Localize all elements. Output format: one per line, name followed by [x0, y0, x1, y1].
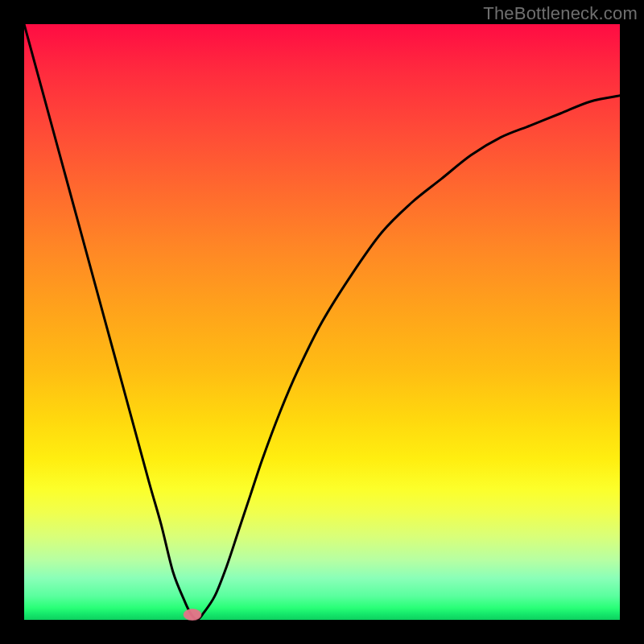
- optimal-point-marker: [184, 609, 201, 620]
- curve-svg: [24, 24, 620, 620]
- bottleneck-curve: [24, 24, 620, 620]
- chart-frame: TheBottleneck.com: [0, 0, 644, 644]
- plot-area: [24, 24, 620, 620]
- watermark-text: TheBottleneck.com: [483, 3, 638, 24]
